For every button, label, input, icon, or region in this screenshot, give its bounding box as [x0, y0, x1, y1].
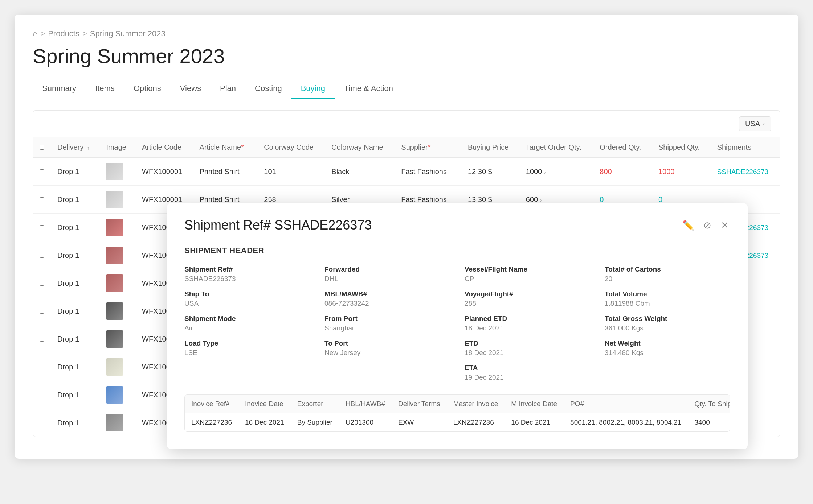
field-vessel: Vessel/Flight Name CP	[465, 265, 590, 283]
col-inovice-date: Inovice Date	[238, 395, 291, 413]
cell-delivery: Drop 1	[51, 158, 99, 186]
cell-shipment[interactable]: SSHADE226373	[711, 158, 780, 186]
cell-delivery: Drop 1	[51, 381, 99, 409]
main-container: ⌂ > Products > Spring Summer 2023 Spring…	[15, 15, 798, 459]
cell-image	[99, 158, 135, 186]
etd-value: 18 Dec 2021	[465, 349, 590, 357]
cell-image	[99, 269, 135, 297]
cell-delivery: Drop 1	[51, 409, 99, 437]
tab-items[interactable]: Items	[86, 79, 124, 99]
cell-delivery: Drop 1	[51, 186, 99, 214]
total-volume-label: Total Volume	[605, 290, 730, 298]
row-checkbox[interactable]	[40, 337, 44, 342]
col-shipped-qty: Shipped Qty.	[652, 137, 711, 158]
region-label: USA	[745, 120, 760, 128]
voyage-label: Voyage/Flight#	[465, 290, 590, 298]
col-supplier: Supplier*	[395, 137, 461, 158]
cell-image	[99, 325, 135, 353]
total-cartons-label: Total# of Cartons	[605, 265, 730, 273]
modal-title: Shipment Ref# SSHADE226373	[184, 218, 372, 233]
etd-label: ETD	[465, 339, 590, 347]
cell-delivery: Drop 1	[51, 269, 99, 297]
row-checkbox[interactable]	[40, 393, 44, 397]
edit-button[interactable]: ✏️	[681, 218, 695, 232]
row-checkbox[interactable]	[40, 197, 44, 202]
shipment-header-section-title: SHIPMENT HEADER	[184, 246, 730, 255]
cell-image	[99, 409, 135, 437]
invoice-table: Inovice Ref# Inovice Date Exporter HBL/H…	[185, 395, 730, 431]
cell-ordered-qty: 800	[593, 158, 652, 186]
page-title: Spring Summer 2023	[33, 44, 780, 68]
field-ship-to: Ship To USA	[184, 290, 310, 307]
field-eta: ETA 19 Dec 2021	[465, 364, 590, 381]
from-port-value: Shanghai	[324, 324, 450, 332]
col-hbl: HBL/HAWB#	[339, 395, 392, 413]
tab-buying[interactable]: Buying	[291, 79, 335, 99]
row-checkbox[interactable]	[40, 309, 44, 314]
invoice-header-row: Inovice Ref# Inovice Date Exporter HBL/H…	[185, 395, 730, 413]
tab-costing[interactable]: Costing	[245, 79, 291, 99]
cell-delivery: Drop 1	[51, 241, 99, 269]
col-shipments: Shipments	[711, 137, 780, 158]
breadcrumb-sep2: >	[82, 29, 87, 38]
col-po: PO#	[564, 395, 688, 413]
modal-actions: ✏️ ⊘ ✕	[681, 218, 730, 232]
breadcrumb-current: Spring Summer 2023	[90, 29, 166, 38]
cell-supplier: Fast Fashions	[395, 158, 461, 186]
block-button[interactable]: ⊘	[702, 218, 713, 232]
cell-image	[99, 353, 135, 381]
row-checkbox[interactable]	[40, 169, 44, 174]
cell-image	[99, 381, 135, 409]
tab-summary[interactable]: Summary	[33, 79, 86, 99]
eta-label: ETA	[465, 364, 590, 372]
row-checkbox[interactable]	[40, 365, 44, 369]
modal-header: Shipment Ref# SSHADE226373 ✏️ ⊘ ✕	[184, 218, 730, 233]
total-volume-value: 1.811988 Cbm	[605, 299, 730, 307]
tab-views[interactable]: Views	[171, 79, 211, 99]
field-total-volume: Total Volume 1.811988 Cbm	[605, 290, 730, 307]
row-checkbox[interactable]	[40, 421, 44, 425]
field-etd: ETD 18 Dec 2021	[465, 339, 590, 357]
forwarded-value: DHL	[324, 275, 450, 283]
field-from-port: From Port Shanghai	[324, 315, 450, 332]
invoice-section: Inovice Ref# Inovice Date Exporter HBL/H…	[184, 394, 730, 432]
cell-colorway-code: 101	[257, 158, 325, 186]
row-checkbox[interactable]	[40, 281, 44, 286]
close-button[interactable]: ✕	[719, 218, 730, 232]
cell-po: 8001.21, 8002.21, 8003.21, 8004.21	[564, 413, 688, 432]
breadcrumb-products[interactable]: Products	[48, 29, 79, 38]
cell-article-code: WFX100001	[135, 158, 193, 186]
mbl-value: 086-72733242	[324, 299, 450, 307]
tab-options[interactable]: Options	[124, 79, 171, 99]
region-selector[interactable]: USA ‹	[739, 116, 771, 131]
breadcrumb-sep1: >	[40, 29, 45, 38]
home-icon[interactable]: ⌂	[33, 29, 37, 38]
vessel-value: CP	[465, 275, 590, 283]
cell-delivery: Drop 1	[51, 297, 99, 325]
to-port-label: To Port	[324, 339, 450, 347]
col-master-invoice: Master Invoice	[447, 395, 505, 413]
col-target-order-qty: Target Order Qty.	[519, 137, 593, 158]
cell-inovice-ref: LXNZ227236	[185, 413, 238, 432]
select-all-checkbox[interactable]	[40, 145, 44, 150]
cell-buying-price: 12.30 $	[461, 158, 519, 186]
load-type-value: LSE	[184, 349, 310, 357]
tab-time-action[interactable]: Time & Action	[335, 79, 403, 99]
forwarded-label: Forwarded	[324, 265, 450, 273]
row-checkbox[interactable]	[40, 225, 44, 230]
cell-image	[99, 297, 135, 325]
row-checkbox[interactable]	[40, 253, 44, 258]
col-exporter: Exporter	[291, 395, 339, 413]
tab-plan[interactable]: Plan	[211, 79, 245, 99]
shipment-mode-value: Air	[184, 324, 310, 332]
planned-etd-value: 18 Dec 2021	[465, 324, 590, 332]
header-col-2: Forwarded DHL MBL/MAWB# 086-72733242 Fro…	[324, 265, 450, 381]
total-gross-weight-value: 361.000 Kgs.	[605, 324, 730, 332]
total-gross-weight-label: Total Gross Weight	[605, 315, 730, 323]
from-port-label: From Port	[324, 315, 450, 323]
col-m-invoice-date: M Invoice Date	[504, 395, 564, 413]
ship-to-value: USA	[184, 299, 310, 307]
col-article-code: Article Code	[135, 137, 193, 158]
cell-article-name: Printed Shirt	[193, 158, 258, 186]
field-forwarded: Forwarded DHL	[324, 265, 450, 283]
